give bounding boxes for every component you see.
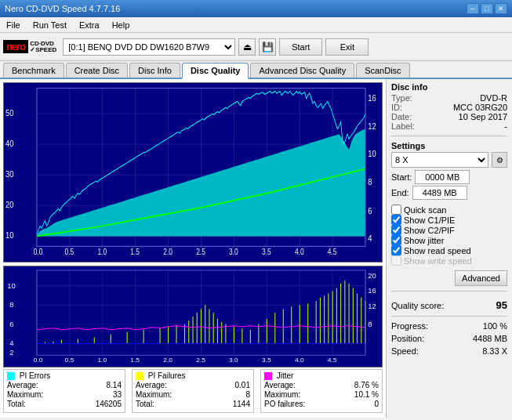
date-value: 10 Sep 2017 <box>459 112 507 121</box>
jitter-checkbox[interactable] <box>391 235 401 245</box>
svg-text:3.5: 3.5 <box>262 357 271 364</box>
start-button[interactable]: Start <box>279 38 322 56</box>
c2pif-row[interactable]: Show C2/PIF <box>391 225 507 235</box>
jitter-color <box>264 372 272 380</box>
divider-1 <box>391 136 507 136</box>
settings-section: Settings 8 X ⚙ Start: End: <box>391 141 507 201</box>
pi-max-label: Maximum: <box>7 390 43 399</box>
logo: nero CD·DVD✓SPEED <box>3 40 56 53</box>
c1pie-label: Show C1/PIE <box>404 215 455 225</box>
maximize-button[interactable]: □ <box>481 3 493 14</box>
svg-text:0.5: 0.5 <box>65 247 74 256</box>
pif-total-label: Total: <box>136 400 154 408</box>
svg-text:20: 20 <box>368 272 376 280</box>
pif-max-label: Maximum: <box>136 390 172 399</box>
svg-text:2.0: 2.0 <box>163 357 172 364</box>
tab-disc-quality[interactable]: Disc Quality <box>182 63 249 79</box>
pif-avg-label: Average: <box>136 381 167 389</box>
quality-score-row: Quality score: 95 <box>391 299 507 311</box>
svg-text:1.5: 1.5 <box>130 247 140 256</box>
read-speed-row[interactable]: Show read speed <box>391 245 507 255</box>
tab-advanced-disc-quality[interactable]: Advanced Disc Quality <box>250 63 354 78</box>
start-input[interactable] <box>415 170 470 184</box>
top-chart: 50 40 30 20 10 16 12 10 8 6 4 0.0 0.5 1.… <box>3 82 383 262</box>
svg-text:2: 2 <box>9 349 13 357</box>
start-row: Start: <box>391 170 507 184</box>
c1pie-checkbox[interactable] <box>391 215 401 225</box>
tab-disc-info[interactable]: Disc Info <box>129 63 180 78</box>
speed-select[interactable]: 8 X <box>391 152 488 168</box>
pi-avg-value: 8.14 <box>107 381 122 389</box>
pi-failures-legend: PI Failures Average: 0.01 Maximum: 8 Tot… <box>132 369 254 413</box>
type-value: DVD-R <box>480 93 507 103</box>
svg-text:4.5: 4.5 <box>328 357 337 364</box>
pif-max-value: 8 <box>245 390 250 399</box>
advanced-button[interactable]: Advanced <box>455 270 507 286</box>
menu-help[interactable]: Help <box>109 20 133 31</box>
pi-max-value: 33 <box>113 390 122 399</box>
nero-logo: nero <box>3 40 28 53</box>
close-button[interactable]: ✕ <box>495 3 507 14</box>
jitter-row[interactable]: Show jitter <box>391 235 507 245</box>
tab-create-disc[interactable]: Create Disc <box>66 63 128 78</box>
pi-errors-color <box>7 372 15 380</box>
svg-text:12: 12 <box>368 121 376 131</box>
quick-scan-row[interactable]: Quick scan <box>391 205 507 215</box>
svg-text:0.5: 0.5 <box>65 357 74 364</box>
disc-type-row: Type: DVD-R <box>391 93 507 103</box>
svg-text:6: 6 <box>9 320 13 328</box>
menu-run-test[interactable]: Run Test <box>30 20 70 31</box>
pif-total-value: 1144 <box>233 400 250 408</box>
jitter-cb-label: Show jitter <box>404 236 444 245</box>
c2pif-checkbox[interactable] <box>391 225 401 235</box>
tab-scan-disc[interactable]: ScanDisc <box>356 63 409 78</box>
quick-scan-checkbox[interactable] <box>391 205 401 215</box>
c1pie-row[interactable]: Show C1/PIE <box>391 215 507 225</box>
svg-text:2.5: 2.5 <box>196 357 205 364</box>
jitter-max-value: 10.1 % <box>354 390 379 399</box>
disc-info-title: Disc info <box>391 82 507 92</box>
minimize-button[interactable]: ─ <box>467 3 479 14</box>
progress-label: Progress: <box>391 321 428 331</box>
drive-select[interactable]: [0:1] BENQ DVD DD DW1620 B7W9 <box>63 38 235 56</box>
disc-id-row: ID: MCC 03RG20 <box>391 103 507 112</box>
title-bar: Nero CD-DVD Speed 4.7.7.16 ─ □ ✕ <box>0 0 512 17</box>
settings-icon-button[interactable]: ⚙ <box>492 152 507 168</box>
position-row: Position: 4488 MB <box>391 334 507 343</box>
svg-text:8: 8 <box>368 176 372 186</box>
svg-text:16: 16 <box>368 92 376 103</box>
disc-info-section: Disc info Type: DVD-R ID: MCC 03RG20 Dat… <box>391 82 507 131</box>
jitter-avg-value: 8.76 % <box>354 381 379 389</box>
checkboxes-section: Quick scan Show C1/PIE Show C2/PIF Show … <box>391 205 507 266</box>
pi-total-label: Total: <box>7 400 26 408</box>
read-speed-checkbox[interactable] <box>391 245 401 255</box>
tab-benchmark[interactable]: Benchmark <box>3 63 64 78</box>
svg-text:3.0: 3.0 <box>229 247 238 256</box>
bottom-chart: 10 8 6 4 2 20 16 12 8 0.0 0.5 1.0 1.5 2.… <box>3 266 383 368</box>
disc-date-row: Date: 10 Sep 2017 <box>391 112 507 121</box>
end-row: End: <box>391 186 507 200</box>
progress-value: 100 % <box>483 321 507 331</box>
menu-file[interactable]: File <box>3 20 24 31</box>
svg-text:3.0: 3.0 <box>229 357 238 364</box>
svg-text:2.0: 2.0 <box>163 247 172 256</box>
end-label: End: <box>391 188 409 197</box>
exit-button[interactable]: Exit <box>325 38 369 56</box>
po-failures-label: PO failures: <box>264 400 305 408</box>
divider-3 <box>391 316 507 317</box>
svg-text:0.0: 0.0 <box>34 357 43 364</box>
speed-row: 8 X ⚙ <box>391 152 507 168</box>
end-input[interactable] <box>412 186 467 200</box>
quick-scan-label: Quick scan <box>404 205 446 215</box>
read-speed-label: Show read speed <box>404 246 471 255</box>
eject-icon-button[interactable]: ⏏ <box>238 38 256 56</box>
save-icon-button[interactable]: 💾 <box>259 38 276 56</box>
pi-errors-legend: PI Errors Average: 8.14 Maximum: 33 Tota… <box>3 369 125 413</box>
menu-extra[interactable]: Extra <box>76 20 103 31</box>
type-label: Type: <box>391 93 412 103</box>
quality-score-value: 95 <box>496 299 507 311</box>
label-value: - <box>504 121 507 131</box>
svg-text:4.0: 4.0 <box>295 357 304 364</box>
svg-text:12: 12 <box>368 302 376 310</box>
c2pif-label: Show C2/PIF <box>404 226 455 235</box>
